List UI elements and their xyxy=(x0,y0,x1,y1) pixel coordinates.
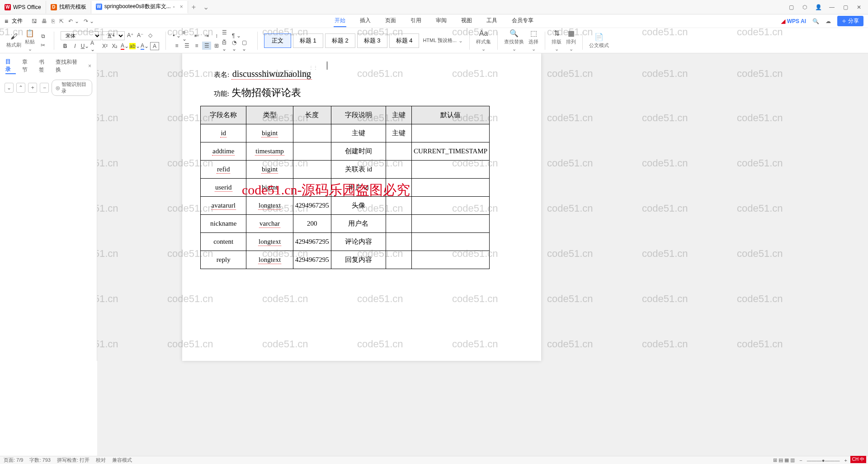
style-html-preset[interactable]: HTML 预设格... xyxy=(423,37,457,44)
font-size-select[interactable]: 五号 xyxy=(102,31,125,40)
wps-ai-button[interactable]: ◢WPS AI xyxy=(781,18,806,24)
border-icon[interactable]: ▢ ⌄ xyxy=(242,42,251,50)
select-button[interactable]: ⬚选择 ⌄ xyxy=(528,29,538,52)
schema-table[interactable]: 字段名称 类型 长度 字段说明 主键 默认值 idbigint主键主键addti… xyxy=(200,106,490,269)
tab-wps-office[interactable]: W WPS Office xyxy=(0,1,46,14)
style-h4[interactable]: 标题 4 xyxy=(389,33,420,48)
tab-menu-icon[interactable]: ▫ xyxy=(173,4,175,10)
strikethrough-icon[interactable]: A ⌄ xyxy=(90,42,99,50)
menu-reference[interactable]: 引用 xyxy=(410,15,422,27)
table-row[interactable]: nicknamevarchar200用户名 xyxy=(201,215,490,233)
status-words[interactable]: 字数: 793 xyxy=(29,457,50,464)
nav-tab-find[interactable]: 查找和替换 xyxy=(56,58,82,74)
char-shading-icon[interactable]: A ⌄ xyxy=(140,42,149,50)
menu-view[interactable]: 视图 xyxy=(460,15,473,27)
nav-up-icon[interactable]: ⌃ xyxy=(16,83,25,93)
drag-handle-icon[interactable]: ⋮⋮ xyxy=(309,65,318,70)
menu-tools[interactable]: 工具 xyxy=(486,15,498,27)
menu-review[interactable]: 审阅 xyxy=(435,15,448,27)
tab-template[interactable]: D 找稻壳模板 xyxy=(46,1,91,14)
superscript-icon[interactable]: X² xyxy=(100,42,109,50)
view-mode-icon[interactable]: ⊞ ▤ ▦ ▥ xyxy=(773,457,795,463)
italic-icon[interactable]: I xyxy=(71,42,80,50)
show-marks-icon[interactable]: ¶ ⌄ xyxy=(232,32,241,40)
arrange-button[interactable]: ▦排列 ⌄ xyxy=(566,29,576,52)
align-center-icon[interactable]: ☰ xyxy=(182,42,191,50)
nav-tab-toc[interactable]: 目录 xyxy=(5,58,16,74)
format-brush-button[interactable]: 🖌格式刷 xyxy=(6,33,21,48)
subscript-icon[interactable]: X₂ xyxy=(110,42,119,50)
distribute-icon[interactable]: ⊞ xyxy=(212,42,221,50)
search-icon[interactable]: 🔍 xyxy=(812,18,819,24)
decrease-font-icon[interactable]: A⁻ xyxy=(136,31,145,39)
app-icon-1[interactable]: ▢ xyxy=(785,2,797,13)
align-right-icon[interactable]: ≡ xyxy=(192,42,201,50)
nav-add-icon[interactable]: + xyxy=(28,83,37,93)
table-row[interactable]: replylongtext4294967295回复内容 xyxy=(201,251,490,269)
align-justify-icon[interactable]: ☰ xyxy=(202,42,211,50)
app-icon-2[interactable]: ⬡ xyxy=(798,2,811,13)
minimize-button[interactable]: — xyxy=(826,2,838,13)
gov-mode-button[interactable]: 📄公文模式 xyxy=(589,33,609,49)
copy-icon[interactable]: ⧉ xyxy=(38,32,47,40)
style-h3[interactable]: 标题 3 xyxy=(357,33,387,48)
nav-close-icon[interactable]: × xyxy=(88,63,91,69)
style-h2[interactable]: 标题 2 xyxy=(325,33,355,48)
table-row[interactable]: addtimetimestamp创建时间CURRENT_TIMESTAMP xyxy=(201,142,490,161)
save-icon[interactable]: 🖫 xyxy=(32,18,37,24)
char-border-icon[interactable]: A xyxy=(150,42,159,50)
table-row[interactable]: contentlongtext4294967295评论内容 xyxy=(201,233,490,251)
status-mode[interactable]: 兼容模式 xyxy=(112,457,132,464)
text-direction-icon[interactable]: ↕ xyxy=(212,32,221,40)
undo-icon[interactable]: ↶ ⌄ xyxy=(68,18,79,24)
align-left-icon[interactable]: ≡ xyxy=(172,42,181,50)
underline-icon[interactable]: U ⌄ xyxy=(80,42,90,50)
nav-tab-bookmark[interactable]: 书签 xyxy=(39,58,49,74)
line-spacing-icon[interactable]: ☰ ⌄ xyxy=(222,32,231,40)
menu-member[interactable]: 会员专享 xyxy=(511,15,534,27)
print-preview-icon[interactable]: ⎘ xyxy=(52,18,55,24)
increase-font-icon[interactable]: A⁺ xyxy=(126,31,135,39)
ime-badge[interactable]: CH 中 xyxy=(850,456,866,463)
tab-menu-button[interactable]: ⌄ xyxy=(199,3,212,11)
maximize-button[interactable]: ▢ xyxy=(839,2,852,13)
style-h1[interactable]: 标题 1 xyxy=(293,33,323,48)
status-spell[interactable]: 拼写检查: 打开 xyxy=(57,457,90,464)
cloud-icon[interactable]: ☁ xyxy=(826,18,831,24)
style-more-icon[interactable]: ⌄ xyxy=(458,38,463,44)
style-set-button[interactable]: Aа样式集 ⌄ xyxy=(476,29,491,52)
cut-icon[interactable]: ✂ xyxy=(38,41,47,49)
menu-page[interactable]: 页面 xyxy=(384,15,397,27)
shading-icon[interactable]: ◔ ⌄ xyxy=(232,42,241,50)
paste-button[interactable]: 📋粘贴 ⌄ xyxy=(25,29,35,52)
close-icon[interactable]: × xyxy=(180,4,183,10)
style-body[interactable]: 正文 xyxy=(264,33,291,48)
menu-start[interactable]: 开始 xyxy=(334,15,346,27)
sort-button[interactable]: ⇅排版 ⌄ xyxy=(552,29,561,52)
tab-document[interactable]: W springbootee0s8数据库文... ▫ × xyxy=(91,1,188,14)
font-select[interactable]: 宋体 xyxy=(61,31,101,40)
find-replace-button[interactable]: 🔍查找替换 ⌄ xyxy=(504,29,524,52)
zoom-slider[interactable]: ———●——— xyxy=(807,458,840,463)
redo-icon[interactable]: ↷ ⌄ xyxy=(84,18,94,24)
close-button[interactable]: ✕ xyxy=(853,2,865,13)
zoom-in-icon[interactable]: + xyxy=(844,458,847,463)
nav-remove-icon[interactable]: − xyxy=(40,83,49,93)
table-row[interactable]: useridbigint用户 id xyxy=(201,179,490,197)
status-page[interactable]: 页面: 7/9 xyxy=(4,457,23,464)
print-icon[interactable]: 🖶 xyxy=(42,18,47,24)
increase-indent-icon[interactable]: ⇥ xyxy=(202,32,211,40)
hamburger-icon[interactable]: ≡ xyxy=(5,18,8,25)
nav-smart-button[interactable]: ◎ 智能识别目录 xyxy=(52,80,92,96)
avatar[interactable]: 👤 xyxy=(812,2,825,13)
page[interactable]: ⋮⋮ 表名: discussshiwuzhaoling 功能: 失物招领评论表 … xyxy=(182,53,541,361)
bullet-list-icon[interactable]: • ⌄ xyxy=(172,32,181,40)
menu-insert[interactable]: 插入 xyxy=(359,15,372,27)
font-color-icon[interactable]: A ⌄ xyxy=(120,42,129,50)
table-row[interactable]: refidbigint关联表 id xyxy=(201,161,490,179)
nav-tab-chapter[interactable]: 章节 xyxy=(22,58,33,74)
bold-icon[interactable]: B xyxy=(61,42,70,50)
status-proof[interactable]: 校对 xyxy=(96,457,106,464)
clear-format-icon[interactable]: ◇ xyxy=(146,31,155,39)
table-row[interactable]: idbigint主键主键 xyxy=(201,124,490,142)
